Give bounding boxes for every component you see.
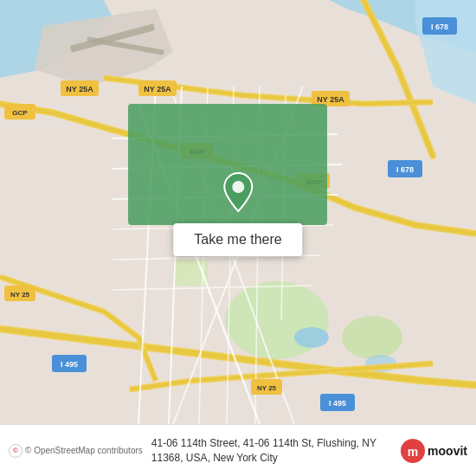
map-container[interactable]: I 678 I 495 I 495 I 678 NY 25A NY 25A GC… <box>0 0 476 424</box>
osm-attribution: © © OpenStreetMap contributors <box>9 444 143 458</box>
address-text: 41-06 114th Street, 41-06 114th St, Flus… <box>151 436 392 466</box>
svg-text:NY 25A: NY 25A <box>317 95 344 104</box>
svg-point-6 <box>342 316 402 359</box>
location-pin-icon <box>214 168 262 216</box>
osm-logo: © <box>9 444 23 458</box>
take-me-there-overlay: Take me there <box>173 168 302 256</box>
svg-point-7 <box>294 327 329 348</box>
svg-text:I 678: I 678 <box>431 23 448 31</box>
svg-text:I 495: I 495 <box>329 399 346 408</box>
svg-text:m: m <box>408 445 418 459</box>
moovit-icon: m <box>401 439 425 463</box>
svg-text:NY 25A: NY 25A <box>66 85 93 93</box>
bottom-bar: © © OpenStreetMap contributors 41-06 114… <box>0 424 476 476</box>
osm-attribution-text: © OpenStreetMap contributors <box>25 446 143 455</box>
svg-text:I 678: I 678 <box>396 165 414 174</box>
svg-text:I 495: I 495 <box>61 360 78 369</box>
take-me-there-button[interactable]: Take me there <box>173 223 302 256</box>
svg-text:GCP: GCP <box>12 109 28 117</box>
svg-point-50 <box>232 181 244 193</box>
moovit-logo: m moovit <box>401 439 467 463</box>
svg-text:NY 25: NY 25 <box>257 384 277 392</box>
moovit-text: moovit <box>428 444 467 458</box>
svg-text:NY 25: NY 25 <box>10 291 30 299</box>
svg-text:NY 25A: NY 25A <box>144 85 171 93</box>
